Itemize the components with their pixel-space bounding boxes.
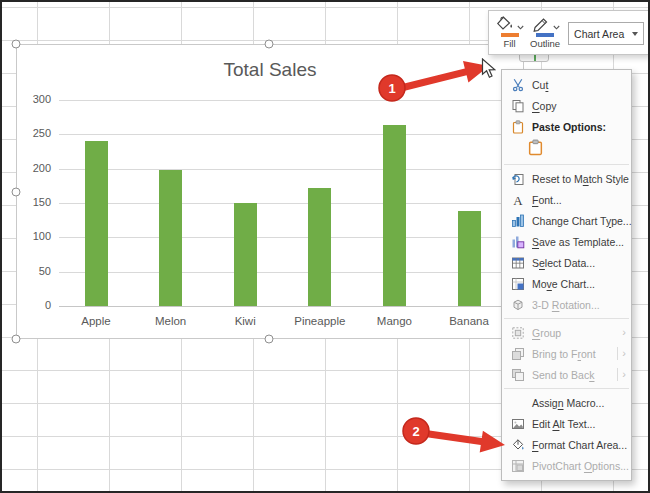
menu-item-edit-alt-text[interactable]: Edit Alt Text... — [502, 413, 631, 434]
y-axis-tick-label: 300 — [17, 93, 51, 105]
menu-item-label: PivotChart Options... — [532, 460, 629, 472]
menu-item-cut[interactable]: Cut — [502, 74, 631, 95]
paste-icon — [507, 120, 528, 134]
x-axis-category-label: Apple — [59, 315, 133, 327]
menu-item-pivotchart-options: PivotChart Options... — [502, 455, 631, 476]
chart-gridline — [59, 100, 511, 101]
menu-item-label: Edit Alt Text... — [532, 418, 595, 430]
menu-item-label: Assign Macro... — [532, 397, 604, 409]
outline-label: Outline — [530, 38, 560, 49]
chart-plot-area: 050100150200250300AppleMelonKiwiPineappl… — [17, 45, 523, 338]
menu-item-assign-macro[interactable]: Assign Macro... — [502, 392, 631, 413]
template-icon — [507, 235, 528, 249]
fill-label: Fill — [503, 38, 515, 49]
menu-item-change-chart-type[interactable]: Change Chart Type... — [502, 210, 631, 231]
menu-item-3-d-rotation: 3-D Rotation... — [502, 294, 631, 315]
menu-item-label: Copy — [532, 100, 557, 112]
menu-item-send-to-back: Send to Back› — [502, 364, 631, 385]
fill-dropdown-chevron-icon[interactable] — [517, 16, 524, 34]
menu-separator — [504, 318, 629, 319]
y-axis-tick-label: 50 — [17, 265, 51, 277]
chart-gridline — [59, 306, 511, 307]
chart-handle-bottom-mid[interactable] — [265, 335, 274, 344]
pivot-icon — [507, 459, 528, 473]
rotation-icon — [507, 298, 528, 312]
chart-gridline — [59, 169, 511, 170]
menu-item-label: Group — [532, 327, 561, 339]
context-menu: CutCopyPaste Options:Reset to Match Styl… — [501, 69, 632, 481]
chart-type-icon — [507, 214, 528, 228]
chart-gridline — [59, 272, 511, 273]
menu-item-label: Font... — [532, 194, 562, 206]
outline-color-swatch — [536, 33, 554, 37]
menu-item-font[interactable]: AFont... — [502, 189, 631, 210]
bring-front-icon — [507, 347, 528, 361]
bar-melon[interactable] — [159, 170, 182, 306]
y-axis-tick-label: 0 — [17, 299, 51, 311]
submenu-chevron-icon: › — [622, 327, 626, 338]
font-icon: A — [507, 193, 528, 207]
menu-item-group: Group› — [502, 322, 631, 343]
chart-gridline — [59, 237, 511, 238]
excel-window: Total Sales 050100150200250300AppleMelon… — [0, 0, 650, 493]
submenu-chevron-icon: › — [622, 348, 626, 359]
menu-item-label: Reset to Match Style — [532, 173, 629, 185]
menu-item-reset-to-match-style[interactable]: Reset to Match Style — [502, 168, 631, 189]
x-axis-category-label: Mango — [357, 315, 431, 327]
menu-item-save-as-template[interactable]: Save as Template... — [502, 231, 631, 252]
menu-item-label: Format Chart Area... — [532, 439, 627, 451]
select-data-icon — [507, 256, 528, 270]
y-axis-tick-label: 250 — [17, 127, 51, 139]
menu-item-move-chart[interactable]: Move Chart... — [502, 273, 631, 294]
menu-separator — [504, 388, 629, 389]
alt-text-icon — [507, 417, 528, 431]
copy-icon — [507, 99, 528, 113]
chart-handle-bottom-left[interactable] — [12, 335, 21, 344]
bar-apple[interactable] — [85, 141, 108, 306]
chart-handle-mid-left[interactable] — [12, 188, 21, 197]
format-area-icon — [507, 438, 528, 452]
menu-item-label: Send to Back — [532, 369, 594, 381]
menu-item-label: Cut — [532, 79, 548, 91]
fill-color-swatch — [501, 33, 519, 37]
bar-kiwi[interactable] — [234, 203, 257, 306]
bar-mango[interactable] — [383, 125, 406, 306]
chart-element-dropdown-value: Chart Area — [574, 28, 632, 40]
x-axis-category-label: Melon — [134, 315, 208, 327]
outline-button[interactable]: Outline — [530, 14, 560, 49]
move-chart-icon — [507, 277, 528, 291]
menu-separator — [504, 164, 629, 165]
x-axis-category-label: Pineapple — [283, 315, 357, 327]
chart-handle-top-mid[interactable] — [265, 40, 274, 49]
x-axis-category-label: Kiwi — [208, 315, 282, 327]
chart-element-dropdown[interactable]: Chart Area — [568, 22, 644, 45]
outline-dropdown-chevron-icon[interactable] — [553, 16, 560, 34]
x-axis-category-label: Banana — [432, 315, 506, 327]
cut-icon — [507, 78, 528, 92]
chart-handle-top-left[interactable] — [12, 40, 21, 49]
paste-option-button[interactable] — [502, 137, 631, 161]
menu-item-bring-to-front: Bring to Front› — [502, 343, 631, 364]
menu-item-copy[interactable]: Copy — [502, 95, 631, 116]
reset-icon — [507, 172, 528, 186]
paste-big-icon — [527, 139, 544, 160]
chevron-down-icon — [632, 32, 638, 36]
menu-item-label: Paste Options: — [532, 121, 606, 133]
mini-toolbar: Fill Outline Chart Area — [488, 10, 649, 55]
menu-item-label: Save as Template... — [532, 236, 624, 248]
menu-item-label: Bring to Front — [532, 348, 596, 360]
svg-text:A: A — [513, 193, 523, 207]
chart-gridline — [59, 203, 511, 204]
menu-item-paste-options[interactable]: Paste Options: — [502, 116, 631, 137]
chart[interactable]: Total Sales 050100150200250300AppleMelon… — [16, 44, 524, 339]
menu-item-label: Change Chart Type... — [532, 215, 632, 227]
y-axis-tick-label: 200 — [17, 162, 51, 174]
bar-pineapple[interactable] — [308, 188, 331, 306]
menu-item-format-chart-area[interactable]: Format Chart Area... — [502, 434, 631, 455]
menu-item-select-data[interactable]: Select Data... — [502, 252, 631, 273]
bar-banana[interactable] — [458, 211, 481, 306]
chart-gridline — [59, 134, 511, 135]
y-axis-tick-label: 150 — [17, 196, 51, 208]
group-icon — [507, 326, 528, 340]
fill-button[interactable]: Fill — [495, 14, 524, 49]
